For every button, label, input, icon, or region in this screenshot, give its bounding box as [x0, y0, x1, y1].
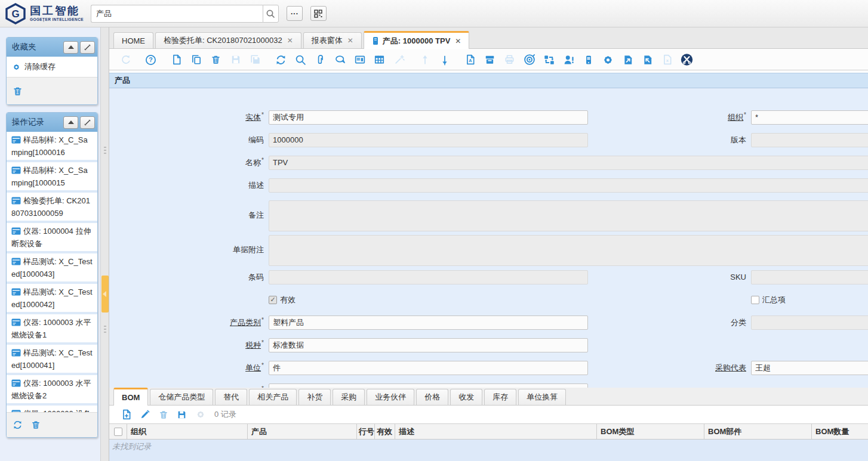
export-excel-icon[interactable]: x — [661, 53, 673, 66]
end-session-scissors-icon[interactable] — [681, 53, 693, 66]
refresh-icon[interactable] — [13, 420, 23, 430]
delete-record-icon[interactable] — [210, 53, 222, 66]
settings-icon[interactable] — [194, 408, 207, 421]
single-record-view-icon[interactable] — [353, 53, 366, 66]
tab-close-icon[interactable]: ✕ — [455, 37, 461, 45]
tab-report-window[interactable]: 报表窗体 ✕ — [303, 32, 362, 48]
column-header[interactable]: 组织 — [127, 424, 248, 439]
record-item[interactable]: 样品制样: X_C_Samping[1000015 — [7, 162, 97, 193]
undo-icon[interactable] — [119, 53, 131, 66]
sidebar-splitter[interactable] — [100, 27, 109, 461]
favorites-collapse-button[interactable] — [63, 41, 78, 54]
column-header[interactable]: 有效 — [375, 424, 395, 439]
select-all-checkbox[interactable] — [114, 428, 122, 436]
column-header[interactable]: BOM类型 — [597, 424, 704, 439]
tab-close-icon[interactable]: ✕ — [347, 36, 353, 45]
left-sidebar: 收藏夹 清除缓存 — [0, 27, 100, 461]
print-icon[interactable] — [503, 53, 516, 66]
help-icon[interactable]: ? — [144, 53, 157, 66]
more-menus-button[interactable]: ... — [287, 6, 303, 21]
trash-icon[interactable] — [13, 86, 23, 97]
buyer-field[interactable] — [751, 361, 868, 375]
record-item[interactable]: 仪器: 1000003 水平燃烧设备1 — [7, 314, 97, 345]
uom-label[interactable]: 单位 — [245, 363, 261, 372]
record-item[interactable]: 样品测试: X_C_Tested[1000041] — [7, 345, 97, 375]
detail-tab-采购[interactable]: 采购 — [333, 389, 365, 405]
record-item[interactable]: 仪器: 1000003 水平燃烧设备2 — [7, 375, 97, 406]
record-item[interactable]: 仪器: 1000004 拉伸断裂设备 — [7, 223, 97, 253]
edit-row-icon[interactable] — [138, 408, 151, 421]
search-button[interactable] — [263, 5, 279, 23]
org-field[interactable] — [751, 110, 868, 125]
detail-tab-补货[interactable]: 补货 — [298, 389, 331, 405]
category-field[interactable] — [269, 315, 588, 330]
detail-tab-仓储产品类型[interactable]: 仓储产品类型 — [150, 389, 213, 405]
refresh-icon[interactable] — [275, 53, 287, 66]
workflow-target-icon[interactable] — [523, 53, 535, 66]
mobile-device-icon[interactable] — [582, 53, 595, 66]
attachment-icon[interactable] — [314, 53, 327, 66]
archive-icon[interactable] — [484, 53, 496, 66]
column-header[interactable]: BOM数量 — [812, 424, 868, 439]
category-label[interactable]: 产品类别 — [230, 318, 261, 327]
grid-view-icon[interactable] — [373, 53, 386, 66]
record-item[interactable]: 样品制样: X_C_Samping[1000016 — [7, 132, 97, 162]
records-collapse-button[interactable] — [63, 116, 78, 129]
record-item[interactable]: 样品测试: X_C_Tested[1000042] — [7, 284, 97, 314]
favorites-expand-button[interactable] — [80, 41, 95, 54]
favorites-item-clear-cache[interactable]: 清除缓存 — [7, 57, 97, 77]
entity-label[interactable]: 实体 — [245, 113, 261, 122]
org-label[interactable]: 组织 — [728, 113, 743, 122]
import-file-icon[interactable] — [641, 53, 654, 66]
active-checkbox[interactable] — [269, 296, 277, 304]
tab-product-active[interactable]: 产品: 1000000 TPV ✕ — [364, 31, 470, 49]
detail-tab-收发[interactable]: 收发 — [450, 389, 482, 405]
record-item[interactable]: 仪器: 1000000 设备1 — [7, 406, 97, 412]
request-user-icon[interactable] — [562, 53, 575, 66]
column-header[interactable]: 产品 — [248, 424, 357, 439]
column-header[interactable]: 描述 — [395, 424, 597, 439]
uom-field[interactable] — [269, 361, 588, 375]
detail-tab-价格[interactable]: 价格 — [416, 389, 448, 405]
qr-code-button[interactable] — [310, 6, 327, 21]
settings-gear-icon[interactable] — [602, 53, 614, 66]
trash-icon[interactable] — [31, 420, 41, 430]
record-item[interactable]: 检验委托单: CK201807031000059 — [7, 193, 97, 223]
tab-inspection-order[interactable]: 检验委托单: CK201807021000032 ✕ — [155, 32, 301, 48]
add-row-icon[interactable] — [120, 408, 133, 421]
tax-label[interactable]: 税种 — [245, 341, 261, 349]
detail-tab-库存[interactable]: 库存 — [484, 389, 516, 405]
entity-field[interactable] — [269, 110, 588, 125]
summary-checkbox[interactable] — [751, 296, 759, 304]
splitter-collapse-handle[interactable] — [101, 276, 109, 313]
detail-tab-相关产品[interactable]: 相关产品 — [249, 389, 297, 405]
detail-tab-替代[interactable]: 替代 — [215, 389, 247, 405]
save-icon[interactable] — [229, 53, 242, 66]
tax-field[interactable] — [269, 338, 588, 352]
comments-icon[interactable] — [334, 53, 346, 66]
detail-record-icon[interactable] — [438, 53, 451, 66]
tab-close-icon[interactable]: ✕ — [287, 36, 293, 45]
clipped-field[interactable] — [269, 383, 588, 388]
global-search-input[interactable] — [91, 5, 263, 23]
parent-record-icon[interactable] — [418, 53, 431, 66]
column-header[interactable]: 行号 — [357, 424, 375, 439]
detail-tab-单位换算[interactable]: 单位换算 — [518, 389, 566, 405]
record-item[interactable]: 样品测试: X_C_Tested[1000043] — [7, 253, 97, 284]
buyer-label[interactable]: 采购代表 — [715, 363, 746, 372]
save-create-new-icon[interactable] — [249, 53, 261, 66]
save-row-icon[interactable] — [176, 408, 188, 421]
detail-tab-BOM[interactable]: BOM — [113, 388, 148, 406]
workflow-icon[interactable] — [543, 53, 555, 66]
pdf-report-icon[interactable]: A — [464, 53, 476, 66]
process-wand-icon[interactable] — [393, 53, 405, 66]
find-icon[interactable] — [294, 53, 307, 66]
column-header[interactable]: BOM部件 — [704, 424, 812, 439]
detail-tab-业务伙伴[interactable]: 业务伙伴 — [367, 389, 414, 405]
tab-home[interactable]: HOME — [113, 32, 153, 48]
new-record-icon[interactable] — [170, 53, 183, 66]
records-expand-button[interactable] — [80, 116, 95, 129]
copy-record-icon[interactable] — [190, 53, 202, 66]
export-file-icon[interactable] — [621, 53, 634, 66]
delete-row-icon[interactable] — [157, 408, 170, 421]
